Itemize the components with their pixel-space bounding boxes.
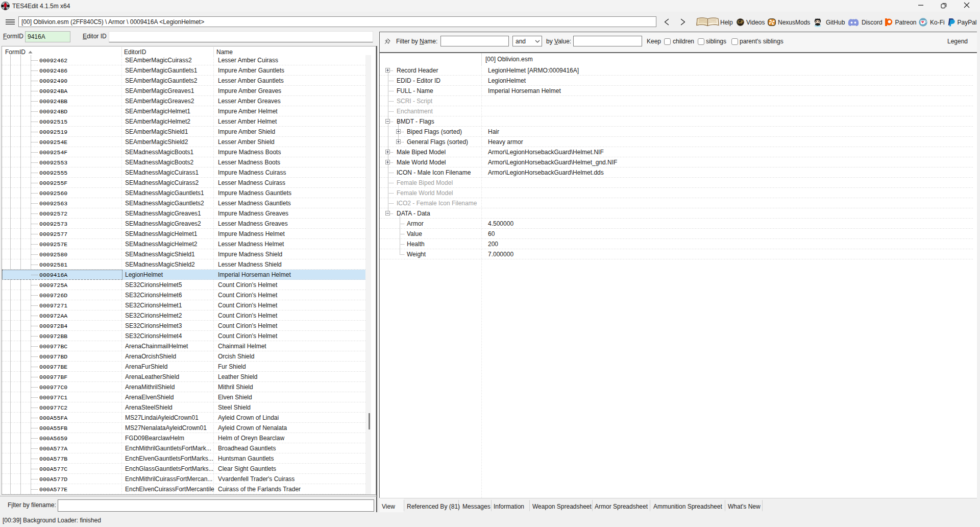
- svg-text:GP: GP: [738, 20, 743, 25]
